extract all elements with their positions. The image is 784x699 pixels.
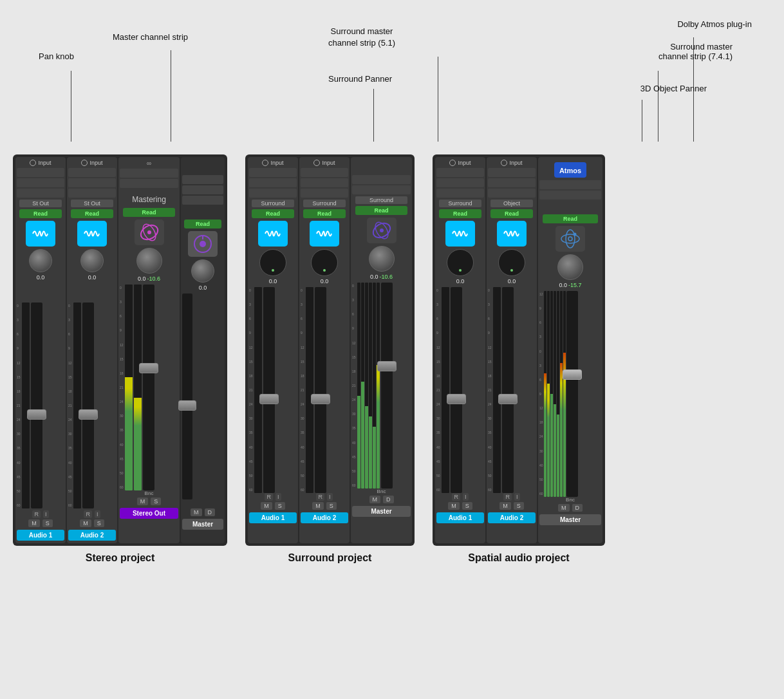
read-btn-a2[interactable]: Read — [71, 209, 114, 218]
fader-track-spm[interactable] — [566, 291, 578, 497]
plugin-slot-so-1[interactable] — [120, 169, 178, 178]
i-btn-a2[interactable]: I — [95, 510, 100, 518]
plugin-slot-spa1-2[interactable] — [436, 178, 484, 187]
plugin-slot-a1-3[interactable] — [17, 189, 64, 198]
pan-knob-a2[interactable] — [80, 249, 104, 272]
fader-handle-spm[interactable] — [563, 369, 582, 380]
d-btn-m[interactable]: D — [205, 508, 216, 516]
r-btn-a1[interactable]: R — [32, 510, 41, 518]
read-btn-spa1[interactable]: Read — [439, 209, 482, 218]
m-btn-sa2[interactable]: M — [312, 502, 324, 510]
d-btn-sm[interactable]: D — [383, 496, 394, 503]
read-btn-sm[interactable]: Read — [355, 206, 408, 215]
plugin-slot-a2-1[interactable] — [68, 168, 116, 177]
atmos-btn[interactable]: Atmos — [554, 162, 586, 178]
m-btn-spm[interactable]: M — [558, 504, 570, 512]
i-btn-a1[interactable]: I — [43, 510, 49, 518]
i-btn-sa2[interactable]: I — [327, 493, 333, 501]
plugin-slot-spa1-3[interactable] — [436, 189, 484, 198]
plugin-slot-sa2-2[interactable] — [301, 178, 348, 187]
m-btn-spa1[interactable]: M — [448, 502, 460, 510]
m-btn-a1[interactable]: M — [28, 519, 40, 527]
fader-handle-spa1[interactable] — [447, 394, 466, 404]
surround-pan-knob-sa1[interactable] — [259, 249, 286, 276]
plugin-slot-spa2-2[interactable] — [488, 178, 536, 187]
fader-handle-sa1[interactable] — [259, 394, 279, 404]
panner-btn-sm[interactable] — [367, 218, 397, 243]
plugin-slot-m-1[interactable] — [182, 175, 223, 184]
surround-pan-knob-sa2[interactable] — [311, 249, 338, 276]
i-btn-spa1[interactable]: I — [463, 493, 469, 501]
3d-pan-knob-spa2[interactable] — [498, 249, 525, 276]
fader-track-so[interactable] — [143, 284, 154, 490]
fader-handle-so[interactable] — [139, 363, 158, 373]
plugin-slot-spa2-3[interactable] — [488, 189, 536, 198]
s-btn-a2[interactable]: S — [94, 519, 104, 527]
read-btn-spa2[interactable]: Read — [490, 209, 534, 218]
plugin-slot-sa2-1[interactable] — [301, 168, 348, 177]
plugin-slot-spa1-1[interactable] — [436, 168, 484, 177]
read-btn-sa1[interactable]: Read — [252, 209, 295, 218]
i-btn-sa1[interactable]: I — [275, 493, 281, 501]
read-btn-spm[interactable]: Read — [543, 214, 598, 223]
fader-track-spa1[interactable] — [451, 287, 462, 493]
plugin-slot-a1-2[interactable] — [17, 178, 64, 187]
r-btn-spa2[interactable]: R — [503, 493, 512, 501]
plugin-slot-spa2-1[interactable] — [488, 168, 536, 177]
knob-btn-m[interactable] — [188, 231, 218, 257]
surround-pan-knob-spa1[interactable] — [447, 249, 474, 276]
plugin-slot-sa1-3[interactable] — [249, 189, 297, 198]
waveform-btn-spa2[interactable] — [497, 221, 527, 247]
read-btn-sa2[interactable]: Read — [303, 209, 346, 218]
pan-knob-so[interactable] — [136, 248, 162, 274]
fader-track-a2[interactable] — [82, 303, 94, 508]
waveform-btn-spa1[interactable] — [445, 221, 475, 247]
fader-track-sa1[interactable] — [263, 287, 275, 493]
m-btn-so[interactable]: M — [137, 498, 149, 505]
fader-handle-sm[interactable] — [377, 361, 397, 371]
s-btn-sa1[interactable]: S — [275, 502, 285, 510]
pan-knob-a1[interactable] — [29, 249, 52, 272]
m-btn-sa1[interactable]: M — [261, 502, 272, 510]
r-btn-spa1[interactable]: R — [452, 493, 460, 501]
m-btn-a2[interactable]: M — [80, 519, 91, 527]
fader-track-sm[interactable] — [381, 283, 393, 489]
fader-track-m[interactable] — [182, 294, 192, 499]
pan-knob-sm[interactable] — [369, 246, 395, 272]
s-btn-so[interactable]: S — [151, 498, 161, 505]
d-btn-spm[interactable]: D — [572, 504, 583, 512]
r-btn-sa2[interactable]: R — [316, 493, 324, 501]
i-btn-spa2[interactable]: I — [514, 493, 520, 501]
plugin-slot-sa1-1[interactable] — [249, 168, 297, 177]
plugin-slot-spm-2[interactable] — [539, 191, 601, 200]
s-btn-a1[interactable]: S — [42, 519, 53, 527]
plugin-slot-m-2[interactable] — [182, 185, 223, 194]
s-btn-spa2[interactable]: S — [514, 502, 524, 510]
waveform-btn-sa1[interactable] — [258, 221, 288, 247]
m-btn-m[interactable]: M — [191, 508, 202, 516]
m-btn-spa2[interactable]: M — [499, 502, 511, 510]
read-btn-so[interactable]: Read — [123, 208, 176, 217]
plugin-slot-so-2[interactable] — [120, 179, 178, 188]
fader-track-a1[interactable] — [31, 303, 42, 508]
panner-btn-so[interactable] — [135, 219, 164, 245]
s-btn-spa1[interactable]: S — [462, 502, 472, 510]
fader-handle-a2[interactable] — [79, 409, 98, 420]
plugin-slot-sm-2[interactable] — [352, 185, 411, 194]
3d-panner-btn-spm[interactable] — [555, 226, 585, 252]
waveform-btn-a1[interactable] — [26, 221, 55, 247]
read-btn-m[interactable]: Read — [184, 219, 221, 228]
plugin-slot-m-3[interactable] — [182, 196, 223, 205]
r-btn-sa1[interactable]: R — [265, 493, 273, 501]
fader-track-sa2[interactable] — [315, 287, 326, 493]
r-btn-a2[interactable]: R — [84, 510, 92, 518]
fader-handle-a1[interactable] — [27, 409, 46, 420]
waveform-btn-sa2[interactable] — [310, 221, 339, 247]
waveform-btn-a2[interactable] — [77, 221, 107, 247]
fader-handle-sa2[interactable] — [311, 394, 330, 404]
plugin-slot-sm-1[interactable] — [352, 175, 411, 184]
plugin-slot-spm-1[interactable] — [539, 180, 601, 189]
s-btn-sa2[interactable]: S — [326, 502, 337, 510]
read-btn-a1[interactable]: Read — [19, 209, 62, 218]
fader-handle-spa2[interactable] — [498, 394, 518, 404]
